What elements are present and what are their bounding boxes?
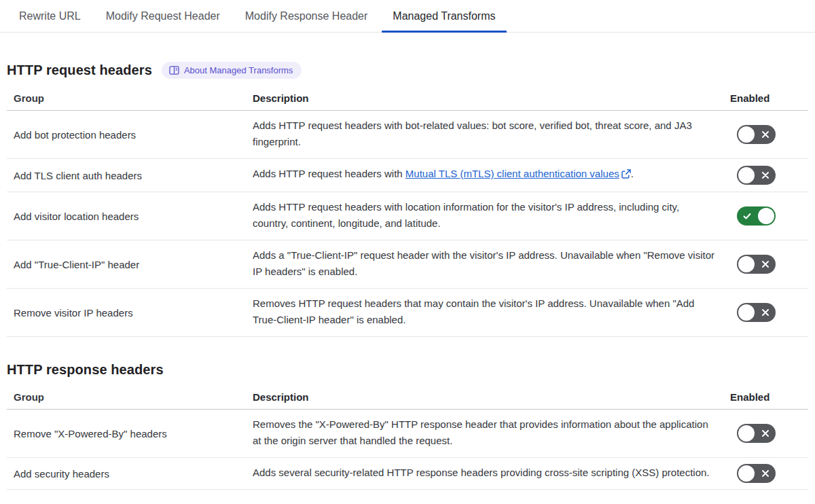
request-section-title: HTTP request headers (7, 62, 152, 78)
column-header-enabled: Enabled (730, 92, 808, 104)
table-row: Add "True-Client-IP" header Adds a "True… (7, 240, 808, 289)
description-text: Adds several security-related HTTP respo… (253, 458, 730, 489)
x-icon (761, 171, 769, 179)
group-label: Add "True-Client-IP" header (7, 259, 253, 270)
table-header-row: Group Description Enabled (7, 90, 808, 111)
about-managed-transforms-link[interactable]: About Managed Transforms (162, 62, 302, 79)
group-label: Add bot protection headers (7, 129, 253, 141)
external-link-icon[interactable] (621, 167, 631, 183)
toggle-knob (738, 425, 755, 442)
toggle-knob (738, 126, 755, 143)
mtls-docs-link[interactable]: Mutual TLS (mTLS) client authentication … (405, 168, 619, 179)
response-headers-table: Group Description Enabled Remove "X-Powe… (7, 389, 808, 490)
column-header-description: Description (253, 92, 730, 104)
tab-managed-transforms[interactable]: Managed Transforms (382, 0, 506, 32)
tab-modify-response-header[interactable]: Modify Response Header (234, 0, 379, 32)
x-icon (761, 469, 769, 478)
group-label: Add visitor location headers (7, 211, 253, 222)
group-label: Remove visitor IP headers (7, 307, 253, 319)
column-header-enabled: Enabled (730, 391, 808, 403)
toggle-add-visitor-location-headers[interactable] (737, 206, 776, 226)
x-icon (761, 260, 769, 268)
column-header-description: Description (253, 391, 730, 403)
description-text: Adds HTTP request headers with location … (253, 192, 730, 240)
tab-bar: Rewrite URL Modify Request Header Modify… (0, 0, 815, 33)
check-icon (742, 211, 752, 221)
toggle-knob (738, 304, 755, 321)
x-icon (761, 130, 769, 139)
toggle-add-tls-client-auth-headers[interactable] (737, 166, 776, 185)
table-row: Add TLS client auth headers Adds HTTP re… (7, 159, 808, 192)
description-suffix: . (631, 168, 634, 179)
table-header-row: Group Description Enabled (7, 389, 808, 410)
description-text: Removes the "X-Powered-By" HTTP response… (253, 410, 730, 457)
table-row: Remove "X-Powered-By" headers Removes th… (7, 410, 808, 458)
toggle-knob (738, 167, 755, 183)
response-section-title: HTTP response headers (7, 362, 164, 378)
group-label: Add security headers (7, 468, 253, 480)
x-icon (761, 429, 769, 437)
column-header-group: Group (7, 92, 253, 104)
group-label: Add TLS client auth headers (7, 170, 253, 181)
description-text: Adds a "True-Client-IP" request header w… (253, 240, 730, 288)
toggle-add-true-client-ip-header[interactable] (737, 255, 776, 274)
tab-rewrite-url[interactable]: Rewrite URL (8, 0, 92, 32)
toggle-add-security-headers[interactable] (737, 464, 776, 483)
description-text: Adds HTTP request headers with Mutual TL… (253, 159, 730, 192)
column-header-group: Group (7, 391, 253, 403)
table-row: Add bot protection headers Adds HTTP req… (7, 111, 808, 159)
book-icon (169, 66, 179, 75)
group-label: Remove "X-Powered-By" headers (7, 428, 253, 439)
description-prefix: Adds HTTP request headers with (253, 168, 405, 179)
request-headers-table: Group Description Enabled Add bot protec… (7, 90, 808, 337)
toggle-remove-x-powered-by-headers[interactable] (737, 424, 776, 443)
toggle-remove-visitor-ip-headers[interactable] (737, 303, 776, 322)
toggle-knob (758, 208, 774, 224)
table-row: Add visitor location headers Adds HTTP r… (7, 192, 808, 240)
x-icon (761, 308, 769, 317)
description-text: Adds HTTP request headers with bot-relat… (253, 111, 730, 158)
toggle-add-bot-protection-headers[interactable] (737, 125, 776, 144)
description-text: Removes HTTP request headers that may co… (253, 289, 730, 336)
tab-modify-request-header[interactable]: Modify Request Header (95, 0, 231, 32)
table-row: Remove visitor IP headers Removes HTTP r… (7, 289, 808, 337)
toggle-knob (738, 256, 755, 272)
badge-label: About Managed Transforms (184, 65, 293, 75)
table-row: Add security headers Adds several securi… (7, 458, 808, 490)
toggle-knob (738, 465, 755, 482)
